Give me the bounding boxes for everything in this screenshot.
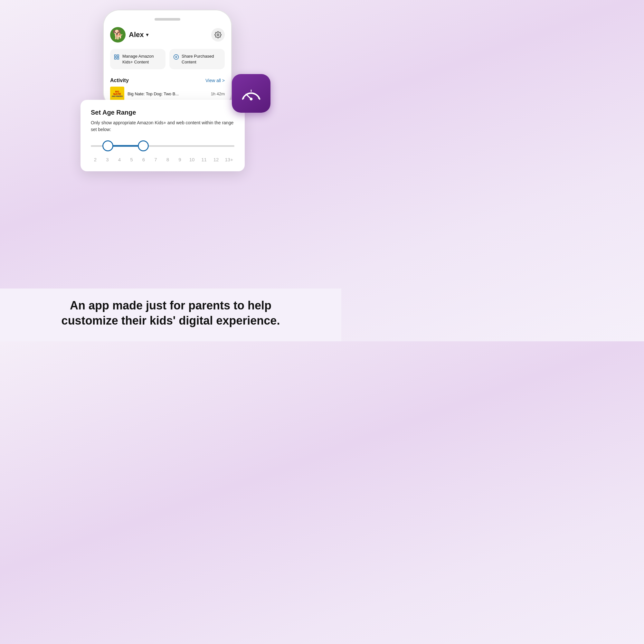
age-label-11: 11	[201, 157, 207, 162]
action-cards: Manage Amazon Kids+ Content Share Purcha…	[110, 49, 225, 69]
profile-left: 🐕 Alex ▼	[110, 27, 149, 43]
age-label-12: 12	[213, 157, 219, 162]
activity-item-duration: 1h 42m	[211, 91, 225, 96]
profile-name-area[interactable]: Alex ▼	[129, 31, 149, 39]
age-label-6: 6	[140, 157, 147, 162]
manage-content-label: Manage Amazon Kids+ Content	[122, 53, 162, 65]
avatar-icon: 🐕	[112, 30, 124, 39]
age-labels: 2 3 4 5 6 7 8 9 10 11 12 13+	[91, 157, 234, 162]
view-all-link[interactable]: View all >	[205, 78, 225, 83]
user-name: Alex	[129, 31, 144, 39]
svg-rect-4	[117, 58, 119, 59]
activity-item-title: Big Nate: Top Dog: Two B...	[128, 91, 208, 96]
share-content-card[interactable]: Share Purchased Content	[169, 49, 225, 69]
speedometer-icon	[240, 82, 262, 105]
profile-row: 🐕 Alex ▼	[110, 27, 225, 43]
activity-header: Activity View all >	[110, 78, 225, 83]
gear-icon	[214, 31, 222, 38]
age-label-9: 9	[177, 157, 183, 162]
activity-section: Activity View all > BIG NATE AND FRIENDS…	[110, 74, 225, 102]
age-label-10: 10	[189, 157, 195, 162]
age-label-8: 8	[165, 157, 171, 162]
manage-content-card[interactable]: Manage Amazon Kids+ Content	[110, 49, 166, 69]
page-container: 🐕 Alex ▼	[0, 0, 341, 341]
age-range-description: Only show appropriate Amazon Kids+ and w…	[91, 119, 234, 133]
phone-mockup: 🐕 Alex ▼	[103, 10, 232, 109]
share-content-label: Share Purchased Content	[182, 53, 221, 65]
phone-and-overlays: 🐕 Alex ▼	[90, 10, 251, 209]
age-label-4: 4	[116, 157, 123, 162]
age-label-2: 2	[92, 157, 99, 162]
manage-icon	[114, 54, 120, 61]
age-label-7: 7	[153, 157, 159, 162]
svg-point-12	[250, 98, 253, 100]
bottom-line1: An app made just for parents to help	[70, 299, 271, 312]
bottom-line2: customize their kids' digital experience…	[62, 314, 280, 327]
svg-rect-1	[115, 55, 116, 56]
activity-item: BIG NATE AND FRIENDS Big Nate: Top Dog: …	[110, 87, 225, 101]
share-icon	[173, 54, 179, 61]
activity-title: Activity	[110, 78, 129, 83]
activity-thumbnail: BIG NATE AND FRIENDS	[110, 87, 124, 101]
slider-thumb-max[interactable]	[138, 140, 149, 151]
age-range-slider[interactable]	[91, 139, 234, 152]
svg-rect-3	[117, 55, 119, 56]
slider-thumb-min[interactable]	[102, 140, 113, 151]
svg-point-0	[217, 34, 219, 36]
svg-rect-2	[115, 58, 116, 59]
age-range-title: Set Age Range	[91, 109, 234, 116]
phone-notch	[155, 18, 180, 21]
bottom-headline: An app made just for parents to help cus…	[19, 298, 322, 328]
settings-button[interactable]	[211, 28, 225, 42]
app-icon	[232, 74, 270, 113]
age-label-5: 5	[128, 157, 135, 162]
age-range-card: Set Age Range Only show appropriate Amaz…	[81, 100, 245, 171]
dropdown-caret: ▼	[145, 32, 149, 37]
avatar: 🐕	[110, 27, 126, 43]
age-label-13plus: 13+	[225, 157, 233, 162]
bottom-text-area: An app made just for parents to help cus…	[0, 289, 341, 341]
age-label-3: 3	[104, 157, 111, 162]
